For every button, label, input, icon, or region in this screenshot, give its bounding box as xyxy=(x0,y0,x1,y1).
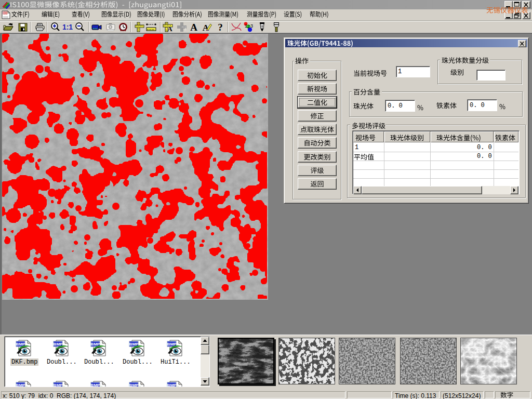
svg-text:BMP: BMP xyxy=(16,383,25,387)
svg-text:A: A xyxy=(167,25,172,33)
svg-text:1:1: 1:1 xyxy=(62,23,73,31)
svg-text:3: 3 xyxy=(250,23,253,29)
svg-text:DOC: DOC xyxy=(3,12,9,15)
svg-text:BMP: BMP xyxy=(91,383,100,387)
svg-text:BMP: BMP xyxy=(129,383,139,387)
svg-text:2: 2 xyxy=(247,24,250,29)
svg-text:BMP: BMP xyxy=(167,383,177,387)
svg-text:?: ? xyxy=(218,22,223,33)
svg-text:BMP: BMP xyxy=(54,383,63,387)
svg-text:A: A xyxy=(190,22,197,33)
